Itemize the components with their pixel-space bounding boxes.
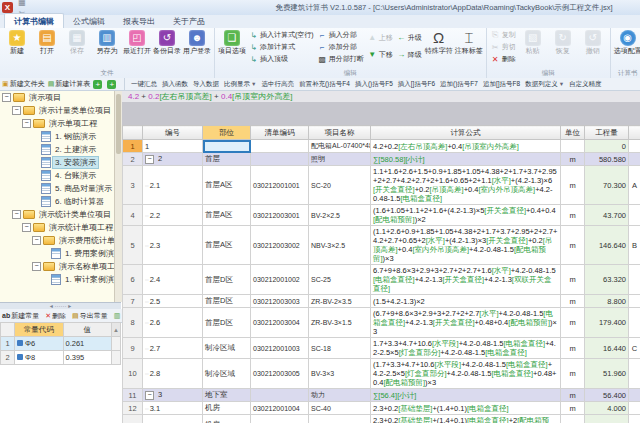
cell-no[interactable]: ┈2.7 bbox=[143, 338, 203, 359]
new-calcsheet-button[interactable]: ▤新建计算表 bbox=[48, 79, 91, 89]
cell-no[interactable]: ┈2.6 bbox=[143, 308, 203, 338]
cell-unit[interactable]: m bbox=[561, 415, 585, 423]
cell-unit[interactable]: m bbox=[561, 389, 585, 402]
cell-qty[interactable]: 63.320 bbox=[585, 265, 629, 295]
table-row[interactable]: 10┈2.8制冷区域030212003005BV-3×3(1.7+3.3+4.7… bbox=[123, 359, 640, 389]
cell-name[interactable]: 照明 bbox=[309, 153, 371, 166]
row-number[interactable]: 13 bbox=[123, 415, 143, 423]
cell-mark[interactable] bbox=[629, 140, 640, 153]
row-number[interactable]: 11 bbox=[123, 389, 143, 402]
cell-no[interactable]: − 3 bbox=[143, 389, 203, 402]
project-options-button[interactable]: ❑项目选项 bbox=[217, 29, 247, 55]
cell-bu[interactable]: 首层A区 bbox=[203, 226, 251, 265]
cell-mark[interactable]: A bbox=[629, 166, 640, 205]
cell-formula[interactable]: (1.6+1.05+1.1+2+1.6+(4.2-1.3)×5[开关盒直径]+0… bbox=[371, 205, 561, 226]
delete-button[interactable]: ✕删除 bbox=[491, 53, 516, 65]
cell-mark[interactable] bbox=[629, 359, 640, 389]
cell-name[interactable]: ZR-BV-2×3.5 bbox=[309, 295, 371, 308]
cell-unit[interactable] bbox=[561, 140, 585, 153]
row-number[interactable]: 5 bbox=[123, 226, 143, 265]
save-icon[interactable]: ▦ bbox=[16, 0, 28, 8]
cell-qty[interactable]: 6.500 bbox=[585, 415, 629, 423]
move-up-button[interactable]: ▲上移 bbox=[368, 29, 393, 46]
cell-name[interactable]: WDZN-BYJ(F)-5×10 bbox=[309, 415, 371, 423]
tree-folder[interactable]: −演示统计单项工程 bbox=[0, 221, 121, 234]
one-key-summary-button[interactable]: 一键汇总 bbox=[131, 80, 157, 89]
save-button[interactable]: ▦保存 bbox=[62, 29, 92, 55]
highlight-row-button[interactable]: 选中行高亮 bbox=[261, 80, 294, 89]
paste-button[interactable]: ▧粘贴 bbox=[518, 29, 548, 55]
cell-qty[interactable]: 8.800 bbox=[585, 295, 629, 308]
cell-formula[interactable]: 1.1+1.6+2.6+1.5+0.9+1.85+1.05+4.38+2+1.7… bbox=[371, 166, 561, 205]
cell-qty[interactable]: 16.440 bbox=[585, 338, 629, 359]
row-number[interactable]: 9 bbox=[123, 338, 143, 359]
tree-item[interactable]: 6. 临时计算器 bbox=[0, 195, 121, 208]
custom-precision-button[interactable]: 自定义精度 bbox=[569, 80, 602, 89]
insert-top-button[interactable]: ↳插入顶级 bbox=[249, 53, 314, 65]
row-number[interactable]: 7 bbox=[123, 295, 143, 308]
cell-no[interactable]: ┈3.2 bbox=[143, 415, 203, 423]
cell-bu[interactable] bbox=[203, 140, 251, 153]
backup-dir-button[interactable]: ↺备份目录 bbox=[152, 29, 182, 55]
cell-bu[interactable]: 制冷区域 bbox=[203, 338, 251, 359]
tree-expander-icon[interactable]: − bbox=[12, 210, 21, 219]
cell-name[interactable]: SC-20 bbox=[309, 166, 371, 205]
cell-qty[interactable]: 146.640 bbox=[585, 226, 629, 265]
recent-open-button[interactable]: ◰最近打开 bbox=[122, 29, 152, 55]
tree-folder[interactable]: −演示名称单项工程 bbox=[0, 260, 121, 273]
cell-code[interactable]: 030212003003 bbox=[251, 295, 309, 308]
cell-unit[interactable]: m bbox=[561, 295, 585, 308]
tree-folder[interactable]: −演示项目 bbox=[0, 91, 121, 104]
cell-name[interactable]: 动力 bbox=[309, 389, 371, 402]
tab-report-export[interactable]: 报表导出 bbox=[114, 14, 164, 28]
row-number[interactable]: 8 bbox=[123, 308, 143, 338]
cell-mark[interactable] bbox=[629, 415, 640, 423]
row-number[interactable]: 12 bbox=[123, 402, 143, 415]
cell-qty[interactable]: 580.580 bbox=[585, 153, 629, 166]
tab-about[interactable]: 关于产品 bbox=[164, 14, 214, 28]
tree-item[interactable]: 3. 安装演示 bbox=[0, 156, 121, 169]
col-header-rownum[interactable] bbox=[123, 126, 143, 140]
tree-folder[interactable]: −演示费用统计单项工程 bbox=[0, 234, 121, 247]
insert-section-button[interactable]: ⌐插入分部 bbox=[318, 29, 364, 41]
cell-bu[interactable]: 首层 bbox=[203, 153, 251, 166]
cell-no[interactable]: ┈2.3 bbox=[143, 226, 203, 265]
cell-bu[interactable]: 首层D区 bbox=[203, 265, 251, 295]
cell-qty[interactable]: 179.400 bbox=[585, 308, 629, 338]
tree-folder[interactable]: −演示统计类单位项目 bbox=[0, 208, 121, 221]
tree-expander-icon[interactable]: − bbox=[22, 223, 31, 232]
cell-mark[interactable] bbox=[629, 389, 640, 402]
promote-button[interactable]: ←升级 bbox=[397, 29, 422, 46]
cell-formula[interactable]: ∑[580.58][小计] bbox=[371, 153, 561, 166]
constant-row[interactable]: 1Φ60.261 bbox=[1, 337, 121, 351]
revoke-button[interactable]: ↺撤销 bbox=[578, 29, 608, 55]
user-login-button[interactable]: ☻用户登录 bbox=[182, 29, 212, 55]
col-header-bu[interactable]: 部位 bbox=[203, 126, 251, 140]
table-row[interactable]: 11− 3地下室动力∑[56.4][小计]m56.400 bbox=[123, 389, 640, 402]
cell-unit[interactable]: m bbox=[561, 338, 585, 359]
row-number[interactable]: 2 bbox=[123, 153, 143, 166]
tab-formula-edit[interactable]: 公式编辑 bbox=[64, 14, 114, 28]
new-folder-button[interactable]: ▣新建文件夹 bbox=[2, 79, 45, 89]
tree-scrollbar-thumb[interactable] bbox=[116, 94, 121, 154]
row-number[interactable]: 3 bbox=[123, 166, 143, 205]
cell-no[interactable]: ┈2.8 bbox=[143, 359, 203, 389]
table-row[interactable]: 7┈2.5首层D区030212003003ZR-BV-2×3.5(1.5+4.2… bbox=[123, 295, 640, 308]
tree-expander-icon[interactable]: − bbox=[32, 236, 41, 245]
cell-bu[interactable]: 首层D区 bbox=[203, 308, 251, 338]
table-row[interactable]: 5┈2.3首层A区030212003002NBV-3×2.5(1.1+2.6+0… bbox=[123, 226, 640, 265]
cell-name[interactable]: 配电箱AL-07400*480*150 bbox=[309, 140, 371, 153]
add-calc-button[interactable]: ↳添加计算式 bbox=[249, 41, 314, 53]
cell-qty[interactable]: 4.000 bbox=[585, 402, 629, 415]
row-number[interactable]: 6 bbox=[123, 265, 143, 295]
tree-item[interactable]: 1. 费用案例演示 bbox=[0, 247, 121, 260]
cell-mark[interactable] bbox=[629, 295, 640, 308]
cell-formula[interactable]: (6.7+9+8.6×3+2.9+3+2.7+2+2.7[水平]+4.2-0.4… bbox=[371, 308, 561, 338]
row-number[interactable]: 1 bbox=[123, 140, 143, 153]
table-row[interactable]: 4┈2.2首层A区030212003001BV-2×2.5(1.6+1.05+1… bbox=[123, 205, 640, 226]
tree-expander-icon[interactable]: − bbox=[2, 93, 11, 102]
cut-button[interactable]: ✂剪切 bbox=[491, 41, 516, 53]
tree-expander-icon[interactable]: − bbox=[12, 106, 21, 115]
cell-formula[interactable]: (1.7+3.3+4.7+10.6[水平段]+4.2-0.48-1.5[电箱盒直… bbox=[371, 359, 561, 389]
cell-code[interactable]: 030212003002 bbox=[251, 226, 309, 265]
